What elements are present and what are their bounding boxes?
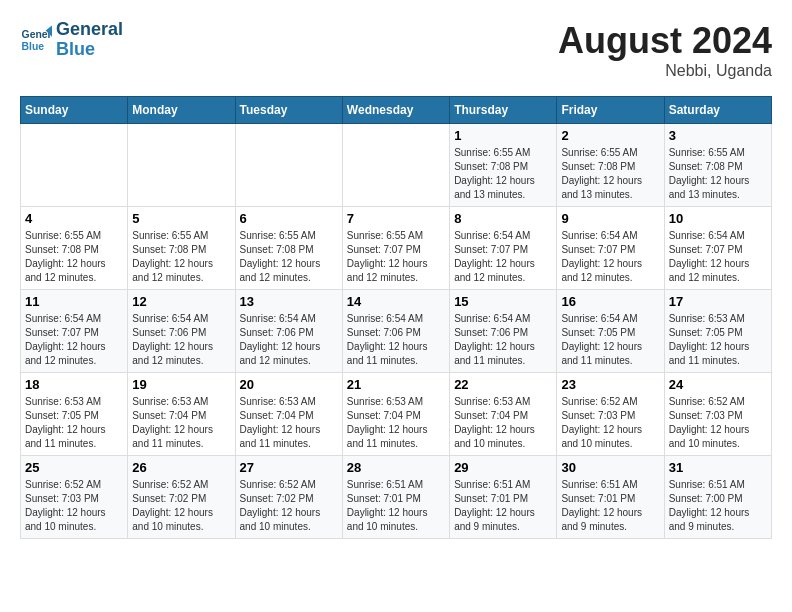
day-number: 25 <box>25 460 123 475</box>
day-number: 21 <box>347 377 445 392</box>
day-number: 16 <box>561 294 659 309</box>
day-cell: 15Sunrise: 6:54 AM Sunset: 7:06 PM Dayli… <box>450 290 557 373</box>
day-number: 30 <box>561 460 659 475</box>
logo: General Blue General Blue <box>20 20 123 60</box>
day-number: 5 <box>132 211 230 226</box>
day-number: 24 <box>669 377 767 392</box>
day-number: 11 <box>25 294 123 309</box>
day-cell: 30Sunrise: 6:51 AM Sunset: 7:01 PM Dayli… <box>557 456 664 539</box>
day-info: Sunrise: 6:55 AM Sunset: 7:07 PM Dayligh… <box>347 229 445 285</box>
day-cell: 9Sunrise: 6:54 AM Sunset: 7:07 PM Daylig… <box>557 207 664 290</box>
day-number: 3 <box>669 128 767 143</box>
day-info: Sunrise: 6:55 AM Sunset: 7:08 PM Dayligh… <box>669 146 767 202</box>
calendar-table: SundayMondayTuesdayWednesdayThursdayFrid… <box>20 96 772 539</box>
day-number: 29 <box>454 460 552 475</box>
day-number: 28 <box>347 460 445 475</box>
logo-line2: Blue <box>56 40 123 60</box>
svg-text:Blue: Blue <box>22 40 45 51</box>
day-info: Sunrise: 6:52 AM Sunset: 7:02 PM Dayligh… <box>132 478 230 534</box>
header-day-sunday: Sunday <box>21 97 128 124</box>
day-cell: 5Sunrise: 6:55 AM Sunset: 7:08 PM Daylig… <box>128 207 235 290</box>
day-cell: 16Sunrise: 6:54 AM Sunset: 7:05 PM Dayli… <box>557 290 664 373</box>
day-info: Sunrise: 6:53 AM Sunset: 7:05 PM Dayligh… <box>25 395 123 451</box>
week-row-5: 25Sunrise: 6:52 AM Sunset: 7:03 PM Dayli… <box>21 456 772 539</box>
day-info: Sunrise: 6:54 AM Sunset: 7:06 PM Dayligh… <box>132 312 230 368</box>
day-cell: 4Sunrise: 6:55 AM Sunset: 7:08 PM Daylig… <box>21 207 128 290</box>
day-number: 7 <box>347 211 445 226</box>
day-cell: 24Sunrise: 6:52 AM Sunset: 7:03 PM Dayli… <box>664 373 771 456</box>
day-cell: 12Sunrise: 6:54 AM Sunset: 7:06 PM Dayli… <box>128 290 235 373</box>
logo-icon: General Blue <box>20 24 52 56</box>
day-info: Sunrise: 6:51 AM Sunset: 7:01 PM Dayligh… <box>561 478 659 534</box>
day-number: 12 <box>132 294 230 309</box>
week-row-3: 11Sunrise: 6:54 AM Sunset: 7:07 PM Dayli… <box>21 290 772 373</box>
day-cell: 8Sunrise: 6:54 AM Sunset: 7:07 PM Daylig… <box>450 207 557 290</box>
day-cell <box>21 124 128 207</box>
day-cell: 28Sunrise: 6:51 AM Sunset: 7:01 PM Dayli… <box>342 456 449 539</box>
day-cell: 27Sunrise: 6:52 AM Sunset: 7:02 PM Dayli… <box>235 456 342 539</box>
header-row: SundayMondayTuesdayWednesdayThursdayFrid… <box>21 97 772 124</box>
day-info: Sunrise: 6:54 AM Sunset: 7:07 PM Dayligh… <box>669 229 767 285</box>
day-info: Sunrise: 6:55 AM Sunset: 7:08 PM Dayligh… <box>25 229 123 285</box>
day-cell: 18Sunrise: 6:53 AM Sunset: 7:05 PM Dayli… <box>21 373 128 456</box>
day-number: 2 <box>561 128 659 143</box>
day-cell: 7Sunrise: 6:55 AM Sunset: 7:07 PM Daylig… <box>342 207 449 290</box>
header-day-monday: Monday <box>128 97 235 124</box>
header-day-friday: Friday <box>557 97 664 124</box>
month-title: August 2024 <box>558 20 772 62</box>
day-cell: 25Sunrise: 6:52 AM Sunset: 7:03 PM Dayli… <box>21 456 128 539</box>
day-info: Sunrise: 6:52 AM Sunset: 7:03 PM Dayligh… <box>25 478 123 534</box>
day-info: Sunrise: 6:53 AM Sunset: 7:04 PM Dayligh… <box>132 395 230 451</box>
week-row-2: 4Sunrise: 6:55 AM Sunset: 7:08 PM Daylig… <box>21 207 772 290</box>
day-number: 4 <box>25 211 123 226</box>
day-number: 23 <box>561 377 659 392</box>
day-number: 22 <box>454 377 552 392</box>
day-info: Sunrise: 6:54 AM Sunset: 7:06 PM Dayligh… <box>454 312 552 368</box>
day-info: Sunrise: 6:53 AM Sunset: 7:05 PM Dayligh… <box>669 312 767 368</box>
day-cell: 14Sunrise: 6:54 AM Sunset: 7:06 PM Dayli… <box>342 290 449 373</box>
day-info: Sunrise: 6:53 AM Sunset: 7:04 PM Dayligh… <box>454 395 552 451</box>
day-cell: 13Sunrise: 6:54 AM Sunset: 7:06 PM Dayli… <box>235 290 342 373</box>
day-number: 14 <box>347 294 445 309</box>
week-row-1: 1Sunrise: 6:55 AM Sunset: 7:08 PM Daylig… <box>21 124 772 207</box>
day-info: Sunrise: 6:54 AM Sunset: 7:07 PM Dayligh… <box>25 312 123 368</box>
title-block: August 2024 Nebbi, Uganda <box>558 20 772 80</box>
day-info: Sunrise: 6:54 AM Sunset: 7:05 PM Dayligh… <box>561 312 659 368</box>
header-day-wednesday: Wednesday <box>342 97 449 124</box>
day-info: Sunrise: 6:51 AM Sunset: 7:01 PM Dayligh… <box>347 478 445 534</box>
day-cell: 6Sunrise: 6:55 AM Sunset: 7:08 PM Daylig… <box>235 207 342 290</box>
week-row-4: 18Sunrise: 6:53 AM Sunset: 7:05 PM Dayli… <box>21 373 772 456</box>
logo-text: General Blue <box>56 20 123 60</box>
day-info: Sunrise: 6:55 AM Sunset: 7:08 PM Dayligh… <box>454 146 552 202</box>
day-number: 18 <box>25 377 123 392</box>
day-cell: 17Sunrise: 6:53 AM Sunset: 7:05 PM Dayli… <box>664 290 771 373</box>
day-cell: 3Sunrise: 6:55 AM Sunset: 7:08 PM Daylig… <box>664 124 771 207</box>
calendar-header: SundayMondayTuesdayWednesdayThursdayFrid… <box>21 97 772 124</box>
day-info: Sunrise: 6:52 AM Sunset: 7:03 PM Dayligh… <box>669 395 767 451</box>
day-info: Sunrise: 6:52 AM Sunset: 7:02 PM Dayligh… <box>240 478 338 534</box>
location: Nebbi, Uganda <box>558 62 772 80</box>
day-number: 27 <box>240 460 338 475</box>
day-number: 9 <box>561 211 659 226</box>
day-info: Sunrise: 6:55 AM Sunset: 7:08 PM Dayligh… <box>132 229 230 285</box>
day-info: Sunrise: 6:51 AM Sunset: 7:01 PM Dayligh… <box>454 478 552 534</box>
day-cell <box>235 124 342 207</box>
day-info: Sunrise: 6:53 AM Sunset: 7:04 PM Dayligh… <box>347 395 445 451</box>
day-cell <box>342 124 449 207</box>
day-cell: 23Sunrise: 6:52 AM Sunset: 7:03 PM Dayli… <box>557 373 664 456</box>
day-info: Sunrise: 6:52 AM Sunset: 7:03 PM Dayligh… <box>561 395 659 451</box>
day-cell: 21Sunrise: 6:53 AM Sunset: 7:04 PM Dayli… <box>342 373 449 456</box>
day-cell: 20Sunrise: 6:53 AM Sunset: 7:04 PM Dayli… <box>235 373 342 456</box>
day-number: 1 <box>454 128 552 143</box>
day-number: 8 <box>454 211 552 226</box>
header-day-tuesday: Tuesday <box>235 97 342 124</box>
day-number: 6 <box>240 211 338 226</box>
day-cell: 31Sunrise: 6:51 AM Sunset: 7:00 PM Dayli… <box>664 456 771 539</box>
day-info: Sunrise: 6:51 AM Sunset: 7:00 PM Dayligh… <box>669 478 767 534</box>
day-info: Sunrise: 6:55 AM Sunset: 7:08 PM Dayligh… <box>561 146 659 202</box>
calendar-body: 1Sunrise: 6:55 AM Sunset: 7:08 PM Daylig… <box>21 124 772 539</box>
day-cell: 10Sunrise: 6:54 AM Sunset: 7:07 PM Dayli… <box>664 207 771 290</box>
day-number: 17 <box>669 294 767 309</box>
day-number: 20 <box>240 377 338 392</box>
header-day-thursday: Thursday <box>450 97 557 124</box>
